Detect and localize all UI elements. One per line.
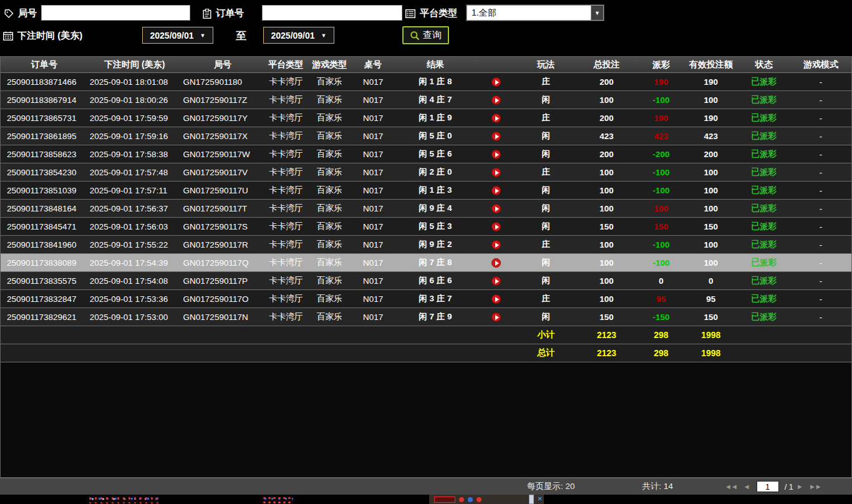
round-label: 局号 [18, 7, 37, 19]
per-page-label: 每页显示: 20 [527, 481, 575, 492]
betting-panel-glimpse: ✕ [429, 495, 544, 504]
subtotal-label: 小计 [516, 326, 576, 344]
cell-valid-bet: 423 [684, 127, 737, 145]
prev-page-button[interactable]: ◄ [743, 483, 750, 490]
cell-valid-bet: 100 [684, 91, 737, 109]
round-input[interactable] [41, 5, 190, 21]
table-row[interactable]: 250901173854230 2025-09-01 17:57:48 GN01… [1, 163, 851, 182]
table-row[interactable]: 250901183871466 2025-09-01 18:01:08 GN17… [1, 73, 851, 91]
cell-valid-bet: 95 [684, 290, 737, 308]
order-input[interactable] [262, 5, 402, 21]
cell-status: 已派彩 [737, 127, 790, 145]
cell-payout: -150 [638, 308, 685, 326]
cell-round-id: GN0172590117N [182, 308, 264, 326]
table-row[interactable]: 250901183867914 2025-09-01 18:00:26 GN01… [1, 91, 851, 109]
cell-total-bet: 100 [576, 182, 638, 199]
grand-total-total-bet: 2123 [576, 344, 638, 362]
subtotal-total-bet: 2123 [576, 326, 638, 344]
cell-table-no: N017 [351, 127, 395, 145]
cell-result: 闲 6 庄 6 [395, 272, 476, 289]
replay-video-icon[interactable] [491, 313, 501, 322]
cell-order-id: 250901173829621 [1, 308, 88, 326]
subtotal-row: 小计 2123 298 1998 [1, 326, 851, 344]
date-from-button[interactable]: 2025/09/01 ▼ [142, 27, 213, 44]
cell-bet-time: 2025-09-01 17:56:37 [88, 200, 182, 217]
col-total-bet: 总投注 [576, 57, 638, 72]
total-pages-label: 1 [789, 482, 794, 492]
platform-select[interactable]: 1.全部 ▼ [467, 5, 604, 21]
replay-video-icon[interactable] [491, 95, 501, 105]
replay-video-icon[interactable] [491, 114, 501, 123]
table-body: 250901183871466 2025-09-01 18:01:08 GN17… [1, 73, 851, 326]
grand-total-row: 总计 2123 298 1998 [1, 344, 851, 362]
cell-result: 闲 5 庄 6 [395, 145, 476, 163]
cell-round-id: GN0172590117Q [182, 254, 264, 271]
col-bet-time: 下注时间 (美东) [88, 57, 182, 72]
order-label: 订单号 [216, 7, 244, 19]
cell-round-id: GN0172590117O [182, 290, 264, 308]
table-row[interactable]: 250901173848164 2025-09-01 17:56:37 GN01… [1, 200, 851, 218]
cell-game-type: 百家乐 [307, 91, 351, 109]
order-filter-label-group: 订单号 [203, 5, 244, 22]
replay-video-icon[interactable] [491, 132, 501, 141]
cell-play-type: 闲 [516, 200, 576, 217]
replay-video-icon[interactable] [491, 204, 501, 213]
replay-video-icon[interactable] [491, 240, 501, 250]
cell-game-mode: - [790, 127, 851, 145]
chevron-down-icon: ▼ [321, 32, 327, 39]
cell-valid-bet: 100 [684, 254, 737, 271]
cell-total-bet: 100 [576, 254, 638, 271]
table-row[interactable]: 250901173851039 2025-09-01 17:57:11 GN01… [1, 182, 851, 200]
table-row[interactable]: 250901173841960 2025-09-01 17:55:22 GN01… [1, 236, 851, 254]
cell-bet-time: 2025-09-01 17:55:22 [88, 236, 182, 253]
date-to-button[interactable]: 2025/09/01 ▼ [263, 27, 334, 44]
first-page-button[interactable]: ◄◄ [725, 483, 737, 490]
scrollbar-fragment [529, 495, 534, 504]
table-row[interactable]: 250901173838089 2025-09-01 17:54:39 GN01… [1, 254, 851, 272]
search-icon [410, 31, 420, 41]
replay-video-icon[interactable] [491, 276, 501, 286]
grand-total-payout: 298 [638, 344, 685, 362]
table-row[interactable]: 250901173858623 2025-09-01 17:58:38 GN01… [1, 145, 851, 163]
cell-status: 已派彩 [737, 218, 790, 235]
replay-video-icon[interactable] [491, 258, 501, 268]
cell-order-id: 250901173835575 [1, 272, 88, 289]
page-number-input[interactable] [757, 481, 779, 492]
last-page-button[interactable]: ►► [809, 483, 821, 490]
replay-video-icon[interactable] [491, 77, 501, 87]
cell-table-no: N017 [351, 272, 395, 289]
replay-video-icon[interactable] [491, 294, 501, 304]
cell-table-no: N017 [351, 290, 395, 308]
table-row[interactable]: 250901173845471 2025-09-01 17:56:03 GN01… [1, 218, 851, 236]
replay-video-icon[interactable] [491, 150, 501, 159]
cell-game-type: 百家乐 [307, 308, 351, 326]
cell-payout: -200 [638, 145, 685, 163]
table-row[interactable]: 250901173861895 2025-09-01 17:59:16 GN01… [1, 127, 851, 145]
next-page-button[interactable]: ► [796, 483, 803, 490]
col-payout: 派彩 [638, 57, 685, 72]
round-filter-label-group: 局号 [4, 5, 37, 22]
col-status: 状态 [737, 57, 790, 72]
cell-status: 已派彩 [737, 272, 790, 289]
cell-status: 已派彩 [737, 109, 790, 127]
cell-game-type: 百家乐 [307, 182, 351, 199]
chevron-down-icon[interactable]: ▼ [591, 6, 603, 20]
cell-result: 闲 9 庄 4 [395, 200, 476, 217]
search-button[interactable]: 查询 [402, 26, 449, 44]
cell-status: 已派彩 [737, 308, 790, 326]
table-row[interactable]: 250901173835575 2025-09-01 17:54:08 GN01… [1, 272, 851, 290]
table-row[interactable]: 250901173832847 2025-09-01 17:53:36 GN01… [1, 290, 851, 308]
replay-video-icon[interactable] [491, 222, 501, 231]
col-round-id: 局号 [182, 57, 264, 72]
cell-round-id: GN0172590117T [182, 200, 264, 217]
tag-icon [4, 9, 14, 19]
table-row[interactable]: 250901173865731 2025-09-01 17:59:59 GN01… [1, 109, 851, 127]
cell-order-id: 250901173865731 [1, 109, 88, 127]
cell-platform-type: 卡卡湾厅 [264, 290, 307, 308]
replay-video-icon[interactable] [491, 186, 501, 195]
cell-round-id: GN0172590117R [182, 236, 264, 253]
replay-video-icon[interactable] [491, 168, 501, 177]
cell-payout: 423 [638, 127, 685, 145]
table-row[interactable]: 250901173829621 2025-09-01 17:53:00 GN01… [1, 308, 851, 326]
cell-play-type: 闲 [516, 218, 576, 235]
